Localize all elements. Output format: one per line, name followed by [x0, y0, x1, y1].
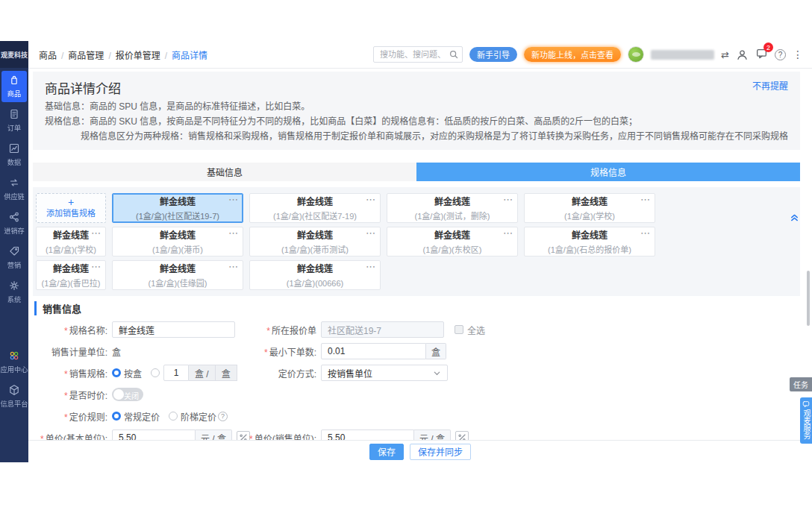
spec-card[interactable]: ⋯ 鲜金线莲 (1盒/盒)(学校) [36, 227, 106, 256]
sale-spec-label: 销售规格: [33, 367, 112, 380]
select-all-checkbox[interactable] [455, 325, 463, 334]
sidebar-item-系统[interactable]: 系统 [1, 277, 27, 308]
bag-icon [8, 74, 20, 86]
spec-card[interactable]: ⋯ 鲜金线莲 (1盒/盒)(港币) [112, 227, 243, 256]
service-tab-label: 观麦服务 [801, 409, 811, 439]
sidebar-spacer [0, 308, 28, 344]
service-drawer-tab[interactable]: 观麦服务 [800, 397, 812, 444]
quote-input [321, 321, 444, 338]
sidebar-item-应用中心[interactable]: 应用中心 [1, 347, 27, 378]
sale-spec-qty-input[interactable] [163, 365, 189, 381]
chat-bubble-icon [802, 400, 810, 408]
sidebar-item-进销存[interactable]: 进销存 [1, 208, 27, 239]
spec-card[interactable]: ⋯ 鲜金线莲 (1盒/盒)(佳缘园) [112, 260, 243, 290]
time-price-toggle[interactable]: 关闭 [112, 388, 143, 401]
save-sync-button[interactable]: 保存并同步 [410, 444, 471, 460]
card-menu-icon[interactable]: ⋯ [228, 261, 238, 272]
message-center[interactable]: 2 [755, 47, 768, 62]
plus-icon: + [68, 198, 74, 207]
spec-card-sub: (1盒/盒)(社区配送7-19) [273, 210, 357, 221]
min-order-input[interactable] [321, 343, 426, 359]
service-icon[interactable] [736, 48, 749, 61]
spec-card[interactable]: ⋯ 鲜金线莲 (1盒/盒)(学校) [524, 193, 655, 223]
pricing-rule-radio-tiered[interactable] [169, 412, 178, 421]
sidebar-item-商品[interactable]: 商品 [1, 71, 27, 102]
tiered-help-icon[interactable]: ? [218, 412, 228, 421]
sidebar-item-供应链[interactable]: 供应链 [1, 174, 27, 205]
sales-section-title: 销售信息 [34, 301, 812, 315]
dismiss-link[interactable]: 不再提醒 [752, 79, 788, 92]
card-menu-icon[interactable]: ⋯ [91, 261, 101, 272]
card-menu-icon[interactable]: ⋯ [640, 227, 650, 239]
breadcrumb-item[interactable]: 商品管理 [68, 51, 104, 61]
footer-bar: 保存 保存并同步 [28, 440, 812, 462]
sale-unit-value: 盒 [112, 343, 261, 359]
sidebar: 观麦科技 商品订单数据供应链进销存营销系统 应用中心信息平台 [0, 41, 28, 462]
min-order-unit: 盒 [426, 343, 446, 359]
newbie-guide-button[interactable]: 新手引导 [469, 47, 517, 62]
scrollbar-thumb[interactable] [807, 271, 810, 326]
sidebar-item-信息平台[interactable]: 信息平台 [1, 381, 27, 412]
spec-card-sub: (1盒/盒)(港币) [152, 243, 203, 255]
spec-name-input[interactable] [112, 321, 235, 338]
spec-card-sub: (1盒/盒)(学校) [46, 243, 96, 255]
sidebar-item-营销[interactable]: 营销 [1, 242, 27, 274]
pricing-rule-radio-regular[interactable] [112, 412, 121, 421]
spec-card[interactable]: ⋯ 鲜金线莲 (1盒/盒)(港币测试) [249, 227, 381, 256]
switch-account-icon[interactable]: ⇄ [721, 49, 729, 60]
spec-card-sub: (1盒/盒)(测试，删除) [415, 210, 490, 221]
card-menu-icon[interactable]: ⋯ [366, 194, 375, 205]
search-icon[interactable] [449, 49, 459, 60]
card-menu-icon[interactable]: ⋯ [91, 227, 101, 239]
spec-card[interactable]: ⋯ 鲜金线莲 (1盒/盒)(东校区) [387, 227, 518, 256]
pricing-rule-regular-label: 常规定价 [124, 410, 160, 423]
more-menu-icon[interactable]: ⋮ [793, 48, 803, 60]
card-menu-icon[interactable]: ⋯ [228, 227, 238, 239]
card-menu-icon[interactable]: ⋯ [503, 227, 513, 239]
spec-card[interactable]: ⋯ 鲜金线莲 (1盒/盒)(石总的报价单) [524, 227, 655, 256]
new-feature-button[interactable]: 新功能上线，点击查看 [524, 47, 621, 62]
spec-card[interactable]: ⋯ 鲜金线莲 (1盒/盒)(社区配送7-19) [249, 193, 381, 223]
tab-spec-info[interactable]: 规格信息 [416, 163, 800, 181]
collapse-up-icon[interactable] [789, 211, 800, 222]
spec-card-sub: (1盒/盒)(东校区) [423, 243, 482, 255]
pricing-rule-label: 定价规则: [33, 410, 112, 423]
sale-spec-radio-label: 按盒 [124, 367, 142, 380]
breadcrumb-item[interactable]: 报价单管理 [116, 51, 160, 61]
breadcrumb-separator: / [165, 51, 167, 61]
card-menu-icon[interactable]: ⋯ [366, 227, 375, 239]
sidebar-item-label: 应用中心 [1, 364, 28, 374]
avatar[interactable] [628, 46, 644, 63]
inventory-icon [8, 211, 20, 223]
spec-card[interactable]: ⋯ 鲜金线莲 (1盒/盒)(00666) [249, 260, 381, 290]
spec-card[interactable]: ⋯ 鲜金线莲 (1盒/盒)(测试，删除) [387, 193, 518, 223]
select-all-label: 全选 [467, 324, 485, 336]
save-button[interactable]: 保存 [369, 444, 404, 460]
card-menu-icon[interactable]: ⋯ [640, 194, 650, 205]
info-platform-icon [8, 384, 20, 396]
breadcrumb-item[interactable]: 商品 [39, 51, 57, 61]
global-search [373, 46, 463, 63]
task-drawer-tab[interactable]: 任务 [790, 377, 812, 391]
breadcrumb-item[interactable]: 商品详情 [172, 51, 207, 61]
card-menu-icon[interactable]: ⋯ [228, 194, 238, 205]
spec-card[interactable]: ⋯ 鲜金线莲 (1盒/盒)(社区配送19-7) [112, 193, 243, 223]
sale-spec-radio-by-box[interactable] [112, 368, 121, 377]
spec-card-name: 鲜金线莲 [297, 195, 333, 207]
card-menu-icon[interactable]: ⋯ [366, 261, 375, 272]
page-title: 商品详情介绍 [45, 78, 788, 97]
sidebar-item-数据[interactable]: 数据 [1, 139, 27, 171]
pricing-method-select[interactable]: 按销售单位 [321, 365, 448, 381]
intro-panel: 商品详情介绍 基础信息：商品的 SPU 信息，是商品的标准特征描述，比如白菜。规… [33, 72, 800, 150]
spec-card-name: 鲜金线莲 [434, 195, 470, 207]
intro-line: 规格信息：商品的 SKU 信息，按商品是不同特征分为不同的规格，比如商品【白菜】… [45, 116, 788, 127]
sale-spec-radio-custom[interactable] [151, 368, 160, 377]
sidebar-item-订单[interactable]: 订单 [1, 105, 27, 136]
spec-card[interactable]: ⋯ 鲜金线莲 (1盒/盒)(香巴拉) [36, 260, 106, 290]
tab-basic-info[interactable]: 基础信息 [33, 163, 416, 181]
spec-card-name: 鲜金线莲 [297, 228, 333, 241]
card-menu-icon[interactable]: ⋯ [503, 194, 513, 205]
help-icon[interactable]: ? [775, 49, 786, 60]
intro-line: 规格信息区分为两种规格：销售规格和采购规格，销售规格用于制定报价单和商城展示，对… [45, 131, 788, 142]
add-spec-button[interactable]: + 添加销售规格 [36, 193, 106, 223]
